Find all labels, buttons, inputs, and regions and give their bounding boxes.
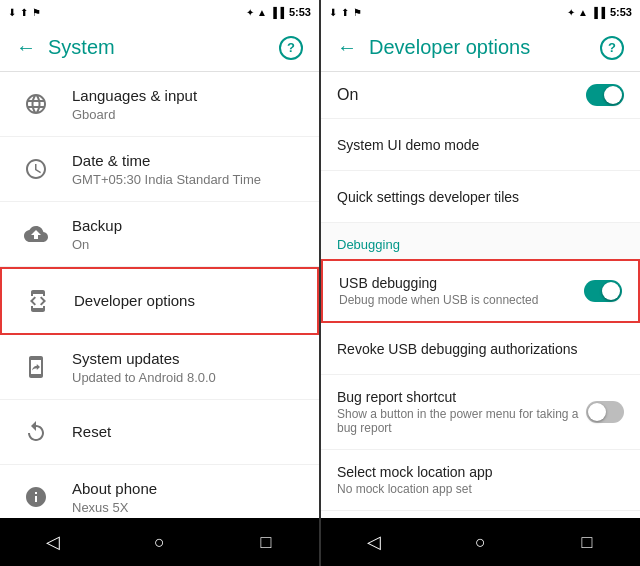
left-status-icons: ⬇ ⬆ ⚑: [8, 7, 246, 18]
backup-text: Backup On: [72, 216, 303, 253]
backup-title: Backup: [72, 216, 303, 236]
debugging-label: Debugging: [337, 237, 400, 252]
ui-demo-title: System UI demo mode: [337, 137, 624, 153]
right-help-button[interactable]: ?: [600, 36, 624, 60]
updates-title: System updates: [72, 349, 303, 369]
left-status-right: ✦ ▲ ▐▐ 5:53: [246, 6, 311, 18]
dev-item-revoke-usb[interactable]: Revoke USB debugging authorizations: [321, 323, 640, 375]
right-upload-icon: ⬆: [341, 7, 349, 18]
left-top-title: System: [48, 36, 267, 59]
upload-icon: ⬆: [20, 7, 28, 18]
settings-item-reset[interactable]: Reset: [0, 400, 319, 465]
right-back-button[interactable]: ←: [337, 36, 357, 59]
updates-text: System updates Updated to Android 8.0.0: [72, 349, 303, 386]
languages-subtitle: Gboard: [72, 107, 303, 122]
about-text: About phone Nexus 5X: [72, 479, 303, 516]
datetime-text: Date & time GMT+05:30 India Standard Tim…: [72, 151, 303, 188]
datetime-subtitle: GMT+05:30 India Standard Time: [72, 172, 303, 187]
quick-settings-title: Quick settings developer tiles: [337, 189, 624, 205]
usb-debug-toggle-thumb: [602, 282, 620, 300]
right-download-icon: ⬇: [329, 7, 337, 18]
reset-title: Reset: [72, 422, 303, 442]
notification-icon: ⚑: [32, 7, 41, 18]
settings-item-languages[interactable]: Languages & input Gboard: [0, 72, 319, 137]
developer-title: Developer options: [74, 291, 301, 311]
dev-on-row[interactable]: On: [321, 72, 640, 119]
clock-icon: [16, 149, 56, 189]
dev-item-mock-location[interactable]: Select mock location app No mock locatio…: [321, 450, 640, 511]
usb-debug-text: USB debugging Debug mode when USB is con…: [339, 275, 584, 307]
settings-item-developer[interactable]: Developer options: [0, 267, 319, 335]
bluetooth-icon: ✦: [246, 7, 254, 18]
usb-debug-subtitle: Debug mode when USB is connected: [339, 293, 584, 307]
dev-item-quick-settings[interactable]: Quick settings developer tiles: [321, 171, 640, 223]
settings-item-datetime[interactable]: Date & time GMT+05:30 India Standard Tim…: [0, 137, 319, 202]
backup-subtitle: On: [72, 237, 303, 252]
bug-report-text: Bug report shortcut Show a button in the…: [337, 389, 586, 435]
right-top-title: Developer options: [369, 36, 588, 59]
about-subtitle: Nexus 5X: [72, 500, 303, 515]
dev-item-bug-report[interactable]: Bug report shortcut Show a button in the…: [321, 375, 640, 450]
reset-text: Reset: [72, 422, 303, 442]
left-help-button[interactable]: ?: [279, 36, 303, 60]
signal-icon: ▐▐: [270, 7, 284, 18]
right-status-bar: ⬇ ⬆ ⚑ ✦ ▲ ▐▐ 5:53: [321, 0, 640, 24]
right-status-icons: ⬇ ⬆ ⚑: [329, 7, 567, 18]
backup-icon: [16, 214, 56, 254]
languages-title: Languages & input: [72, 86, 303, 106]
bug-report-subtitle: Show a button in the power menu for taki…: [337, 407, 586, 435]
settings-item-updates[interactable]: System updates Updated to Android 8.0.0: [0, 335, 319, 400]
bug-report-toggle-thumb: [588, 403, 606, 421]
mock-location-subtitle: No mock location app set: [337, 482, 624, 496]
left-time: 5:53: [289, 6, 311, 18]
right-top-bar: ← Developer options ?: [321, 24, 640, 72]
about-title: About phone: [72, 479, 303, 499]
usb-debug-title: USB debugging: [339, 275, 584, 291]
datetime-title: Date & time: [72, 151, 303, 171]
wifi-icon: ▲: [257, 7, 267, 18]
dev-item-usb-debug[interactable]: USB debugging Debug mode when USB is con…: [321, 259, 640, 323]
right-recent-nav[interactable]: □: [563, 518, 611, 566]
left-panel: ⬇ ⬆ ⚑ ✦ ▲ ▐▐ 5:53 ← System ? Languages &…: [0, 0, 319, 566]
right-signal-icon: ▐▐: [591, 7, 605, 18]
left-status-bar: ⬇ ⬆ ⚑ ✦ ▲ ▐▐ 5:53: [0, 0, 319, 24]
left-back-button[interactable]: ←: [16, 36, 36, 59]
right-back-nav[interactable]: ◁: [350, 518, 398, 566]
usb-debug-toggle[interactable]: [584, 280, 622, 302]
dev-on-toggle-thumb: [604, 86, 622, 104]
settings-item-about[interactable]: About phone Nexus 5X: [0, 465, 319, 518]
left-home-nav[interactable]: ○: [135, 518, 183, 566]
reset-icon: [16, 412, 56, 452]
right-wifi-icon: ▲: [578, 7, 588, 18]
dev-item-ui-demo[interactable]: System UI demo mode: [321, 119, 640, 171]
ui-demo-text: System UI demo mode: [337, 137, 624, 153]
updates-subtitle: Updated to Android 8.0.0: [72, 370, 303, 385]
right-time: 5:53: [610, 6, 632, 18]
left-nav-bar: ◁ ○ □: [0, 518, 319, 566]
languages-text: Languages & input Gboard: [72, 86, 303, 123]
right-home-nav[interactable]: ○: [456, 518, 504, 566]
developer-text: Developer options: [74, 291, 301, 311]
bug-report-toggle[interactable]: [586, 401, 624, 423]
on-label: On: [337, 86, 586, 104]
revoke-usb-text: Revoke USB debugging authorizations: [337, 341, 624, 357]
right-status-right: ✦ ▲ ▐▐ 5:53: [567, 6, 632, 18]
right-notification-icon: ⚑: [353, 7, 362, 18]
settings-item-backup[interactable]: Backup On: [0, 202, 319, 267]
left-settings-list: Languages & input Gboard Date & time GMT…: [0, 72, 319, 518]
revoke-usb-title: Revoke USB debugging authorizations: [337, 341, 624, 357]
right-nav-bar: ◁ ○ □: [321, 518, 640, 566]
left-top-bar: ← System ?: [0, 24, 319, 72]
left-recent-nav[interactable]: □: [242, 518, 290, 566]
info-icon: [16, 477, 56, 517]
right-bluetooth-icon: ✦: [567, 7, 575, 18]
updates-icon: [16, 347, 56, 387]
dev-on-toggle[interactable]: [586, 84, 624, 106]
download-icon: ⬇: [8, 7, 16, 18]
quick-settings-text: Quick settings developer tiles: [337, 189, 624, 205]
left-back-nav[interactable]: ◁: [29, 518, 77, 566]
right-panel: ⬇ ⬆ ⚑ ✦ ▲ ▐▐ 5:53 ← Developer options ? …: [321, 0, 640, 566]
dev-item-view-attribute[interactable]: Enable view attribute inspection: [321, 511, 640, 518]
developer-icon: [18, 281, 58, 321]
mock-location-title: Select mock location app: [337, 464, 624, 480]
